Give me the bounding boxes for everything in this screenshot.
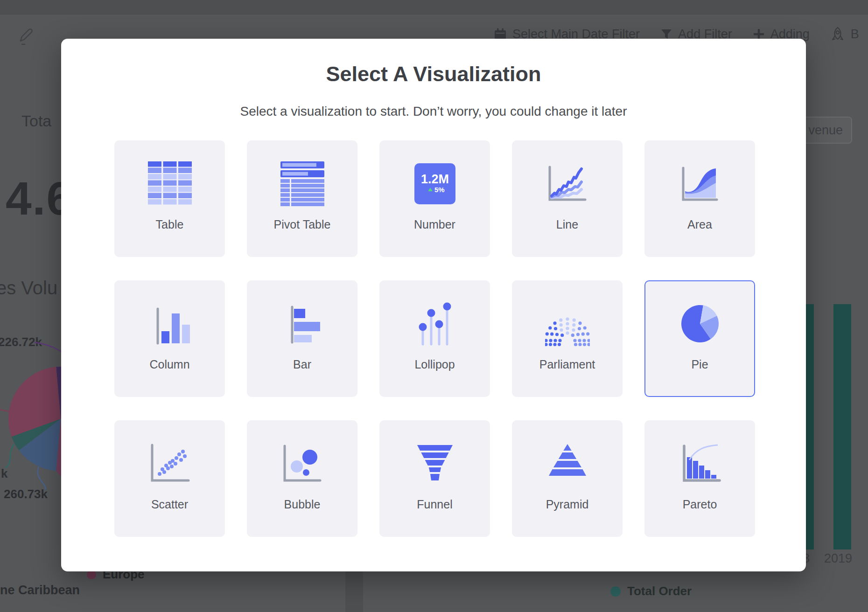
viz-tile-label: Column	[149, 358, 189, 371]
viz-tile-label: Pivot Table	[274, 218, 331, 231]
column-bar-2019	[833, 304, 851, 549]
viz-tile-label: Bubble	[284, 498, 321, 511]
line-chart-icon	[545, 158, 590, 209]
viz-tile-bar[interactable]: Bar	[247, 280, 357, 397]
viz-tile-lollipop[interactable]: Lollipop	[379, 280, 490, 397]
x-axis-label-2019: 2019	[824, 551, 852, 566]
viz-tile-label: Table	[156, 218, 184, 231]
viz-tile-pyramid[interactable]: Pyramid	[512, 420, 623, 537]
viz-tile-label: Parliament	[539, 358, 595, 371]
panel-divider	[345, 571, 363, 612]
viz-tile-area[interactable]: Area	[644, 140, 755, 257]
viz-tile-label: Area	[687, 218, 712, 231]
lollipop-chart-icon	[413, 298, 457, 349]
number-icon-value: 1.2M	[420, 172, 448, 186]
viz-tile-label: Line	[556, 218, 578, 231]
edit-pencil-icon[interactable]	[17, 27, 35, 48]
pivot-table-icon	[280, 158, 325, 209]
viz-tile-label: Pareto	[683, 498, 717, 511]
viz-tile-line[interactable]: Line	[512, 140, 623, 257]
total-card-title: Tota	[21, 112, 51, 130]
legend-item-total-order[interactable]: Total Order	[610, 584, 692, 598]
app-root: { "toolbar": { "items": [ {"label": "Sel…	[0, 0, 868, 612]
viz-tile-label: Pyramid	[546, 498, 589, 511]
sales-volume-title: es Volu	[0, 278, 57, 299]
pie-chart-icon	[678, 298, 722, 349]
funnel-chart-icon	[413, 438, 457, 489]
viz-tile-column[interactable]: Column	[114, 280, 225, 397]
boost-button[interactable]: B	[830, 26, 859, 42]
viz-tile-scatter[interactable]: Scatter	[114, 420, 225, 537]
rocket-icon	[830, 26, 845, 42]
modal-subtitle: Select a visualization to start. Don’t w…	[61, 104, 806, 119]
viz-tile-parliament[interactable]: Parliament	[512, 280, 623, 397]
bar-chart-icon	[280, 298, 325, 349]
viz-tile-label: Lollipop	[414, 358, 455, 371]
top-strip	[0, 0, 868, 14]
visualization-grid: Table	[114, 140, 755, 537]
pareto-chart-icon	[678, 438, 722, 489]
scatter-chart-icon	[147, 438, 192, 489]
total-order-legend-label: Total Order	[627, 584, 692, 598]
viz-tile-bubble[interactable]: Bubble	[247, 420, 357, 537]
viz-tile-label: Pie	[691, 358, 708, 371]
viz-tile-label: Funnel	[417, 498, 452, 511]
viz-tile-label: Scatter	[151, 498, 188, 511]
bubble-chart-icon	[280, 438, 325, 489]
viz-tile-table[interactable]: Table	[114, 140, 225, 257]
parliament-chart-icon	[545, 298, 590, 349]
table-chart-icon	[147, 158, 192, 209]
viz-tile-funnel[interactable]: Funnel	[379, 420, 490, 537]
viz-tile-label: Number	[414, 218, 455, 231]
boost-label: B	[851, 27, 859, 42]
viz-tile-label: Bar	[293, 358, 311, 371]
viz-tile-number[interactable]: 1.2M 5% Number	[379, 140, 490, 257]
number-kpi-icon: 1.2M 5%	[413, 158, 457, 209]
number-icon-delta: 5%	[434, 186, 445, 194]
viz-tile-pivot-table[interactable]: Pivot Table	[247, 140, 357, 257]
legend-item-caribbean: ne Caribbean	[0, 583, 80, 598]
viz-tile-pie[interactable]: Pie	[644, 280, 755, 397]
select-visualization-modal: Select A Visualization Select a visualiz…	[61, 39, 806, 571]
modal-title: Select A Visualization	[61, 62, 806, 86]
viz-tile-pareto[interactable]: Pareto	[644, 420, 755, 537]
column-chart-icon	[147, 298, 192, 349]
revenue-button-label: venue	[808, 123, 843, 138]
total-order-legend-dot	[610, 586, 621, 597]
area-chart-icon	[678, 158, 722, 209]
pyramid-chart-icon	[545, 438, 590, 489]
